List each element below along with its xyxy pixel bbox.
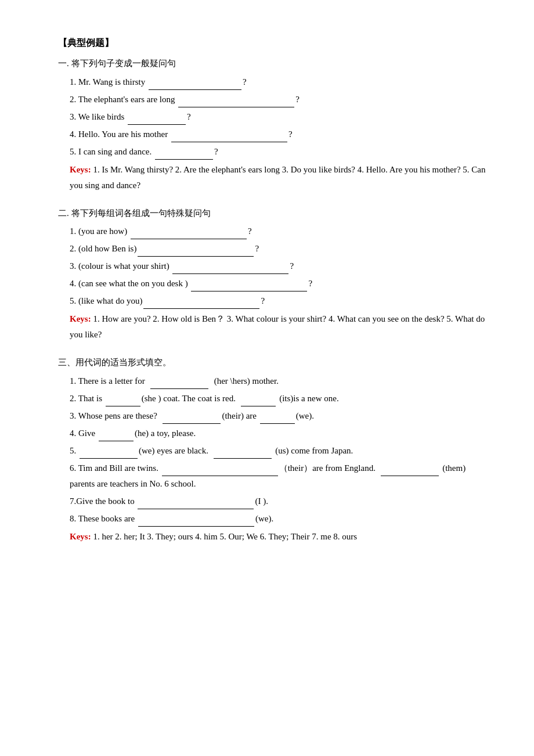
list-item: 1. (you are how) ? — [70, 223, 488, 239]
blank — [149, 74, 241, 90]
blank — [128, 109, 186, 125]
section-2-title: 二. 将下列每组词各组成一句特殊疑问句 — [58, 206, 488, 221]
list-item: 5. I can sing and dance. ? — [70, 143, 488, 160]
keys-text: 1. her 2. her; It 3. They; ours 4. him 5… — [93, 532, 357, 541]
keys-text: 1. How are you? 2. How old is Ben？ 3. Wh… — [70, 314, 485, 339]
list-item: 4. Give (he) a toy, please. — [70, 425, 488, 441]
blank — [138, 493, 254, 509]
list-item: 1. There is a letter for (her \hers) mot… — [70, 373, 488, 389]
blank — [172, 258, 288, 274]
blank — [143, 293, 259, 309]
section-3: 三、用代词的适当形式填空。 1. There is a letter for (… — [58, 355, 488, 545]
list-item: 8. These books are (we). — [70, 510, 488, 527]
blank — [106, 390, 140, 406]
blank — [191, 275, 307, 291]
list-item: 2. The elephant's ears are long ? — [70, 91, 488, 107]
blank — [131, 223, 247, 239]
blank — [381, 460, 439, 476]
section-2-keys: Keys: 1. How are you? 2. How old is Ben？… — [58, 311, 488, 343]
blank — [178, 91, 294, 107]
blank — [80, 442, 138, 459]
blank — [155, 143, 213, 160]
section-3-title: 三、用代词的适当形式填空。 — [58, 355, 488, 370]
blank — [150, 373, 208, 389]
keys-label: Keys: — [70, 314, 91, 323]
section-1-keys: Keys: 1. Is Mr. Wang thirsty? 2. Are the… — [58, 162, 488, 193]
list-item: 5. (like what do you) ? — [70, 293, 488, 309]
list-item: 5. (we) eyes are black. (us) come from J… — [70, 442, 488, 459]
list-item: 3. Whose pens are these? (their) are (we… — [70, 408, 488, 424]
section-1-questions: 1. Mr. Wang is thirsty ? 2. The elephant… — [58, 74, 488, 160]
blank — [171, 126, 287, 142]
blank — [138, 240, 254, 257]
blank — [214, 442, 272, 459]
blank — [138, 510, 254, 527]
section-2: 二. 将下列每组词各组成一句特殊疑问句 1. (you are how) ? 2… — [58, 206, 488, 343]
list-item: 2. That is (she ) coat. The coat is red.… — [70, 390, 488, 406]
blank — [163, 408, 221, 424]
section-1: 一. 将下列句子变成一般疑问句 1. Mr. Wang is thirsty ?… — [58, 56, 488, 193]
list-item: 7.Give the book to (I ). — [70, 493, 488, 509]
list-item: 2. (old how Ben is) ? — [70, 240, 488, 257]
main-title: 【典型例题】 — [58, 35, 488, 51]
list-item: 4. (can see what the on you desk ) ? — [70, 275, 488, 291]
section-3-questions: 1. There is a letter for (her \hers) mot… — [58, 373, 488, 527]
blank — [162, 460, 278, 476]
page-content: 【典型例题】 一. 将下列句子变成一般疑问句 1. Mr. Wang is th… — [58, 35, 488, 545]
section-3-keys: Keys: 1. her 2. her; It 3. They; ours 4.… — [58, 529, 488, 545]
list-item: 6. Tim and Bill are twins. （their）are fr… — [70, 460, 488, 492]
section-2-questions: 1. (you are how) ? 2. (old how Ben is) ?… — [58, 223, 488, 309]
keys-label: Keys: — [70, 165, 91, 174]
keys-label: Keys: — [70, 532, 91, 541]
blank — [260, 408, 295, 424]
list-item: 1. Mr. Wang is thirsty ? — [70, 74, 488, 90]
list-item: 4. Hello. You are his mother ? — [70, 126, 488, 142]
list-item: 3. (colour is what your shirt) ? — [70, 258, 488, 274]
blank — [99, 425, 134, 441]
list-item: 3. We like birds ? — [70, 109, 488, 125]
keys-text: 1. Is Mr. Wang thirsty? 2. Are the eleph… — [70, 165, 486, 190]
blank — [241, 390, 276, 406]
section-1-title: 一. 将下列句子变成一般疑问句 — [58, 56, 488, 71]
